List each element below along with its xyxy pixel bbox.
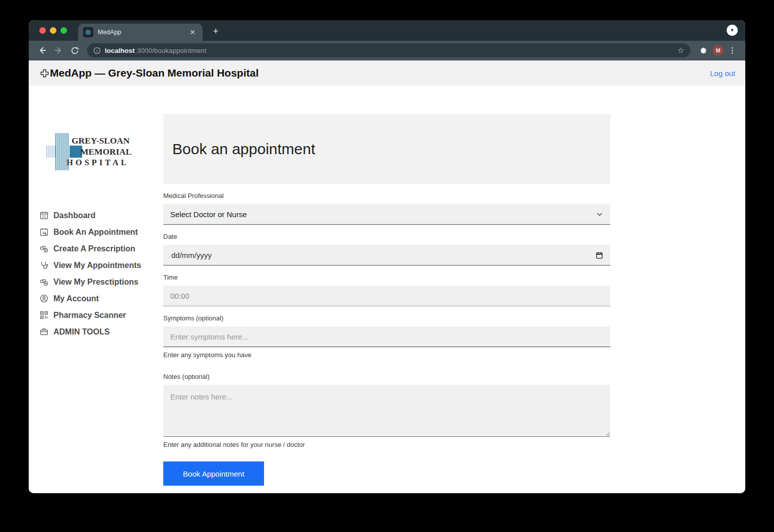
sidebar-item-admin-tools[interactable]: ADMIN TOOLS	[40, 323, 163, 340]
forward-icon[interactable]	[52, 44, 65, 57]
professional-select-value: Select Doctor or Nurse	[170, 210, 247, 219]
browser-tab[interactable]: MedApp ✕	[78, 24, 203, 41]
symptoms-helper-text: Enter any symptoms you have	[163, 351, 610, 359]
notes-textarea[interactable]	[163, 385, 610, 437]
date-group: Date	[163, 233, 610, 265]
page-content: GREY-SLOAN MEMORIAL HOSPITAL 31	[29, 86, 745, 493]
browser-menu-icon[interactable]: ⋮	[727, 46, 738, 55]
calendar-icon[interactable]	[596, 251, 603, 259]
profile-avatar[interactable]: M	[713, 45, 724, 56]
sidebar-item-label: My Account	[53, 294, 99, 303]
site-info-icon[interactable]	[93, 47, 101, 54]
app-header: MedApp — Grey-Sloan Memorial Hospital Lo…	[29, 60, 745, 86]
sidebar-nav: 31 Dashboard Book An Appointment	[40, 207, 163, 340]
professional-label: Medical Professional	[163, 192, 610, 200]
url-path: :3000/bookappointment	[135, 47, 206, 54]
reload-icon[interactable]	[68, 44, 81, 57]
booking-form: Book an appointment Medical Professional…	[163, 86, 610, 493]
logo-line3: HOSPITAL	[67, 158, 129, 168]
time-input[interactable]	[163, 286, 610, 306]
symptoms-label: Symptoms (optional)	[163, 314, 610, 322]
back-icon[interactable]	[36, 44, 49, 57]
symptoms-group: Symptoms (optional) Enter any symptoms y…	[163, 314, 610, 359]
page-title: Book an appointment	[172, 141, 315, 158]
zoom-window-button[interactable]	[60, 27, 67, 34]
sidebar: GREY-SLOAN MEMORIAL HOSPITAL 31	[29, 86, 163, 493]
book-appointment-button[interactable]: Book Appointment	[163, 461, 264, 486]
notes-group: Notes (optional) Enter any additional no…	[163, 373, 610, 448]
react-favicon-icon	[83, 27, 93, 37]
sidebar-item-label: Pharmacy Scanner	[53, 311, 126, 320]
sidebar-item-view-appointments[interactable]: View My Appointments	[40, 257, 163, 274]
sidebar-item-label: Create A Prescription	[53, 244, 135, 253]
time-group: Time	[163, 274, 610, 306]
url-host: localhost	[105, 47, 135, 54]
time-label: Time	[163, 274, 610, 281]
hospital-logo: GREY-SLOAN MEMORIAL HOSPITAL	[46, 130, 137, 172]
notes-label: Notes (optional)	[163, 373, 610, 380]
sidebar-item-label: View My Appointments	[53, 261, 141, 270]
profile-chevron-icon[interactable]: ▼	[727, 25, 738, 36]
logout-link[interactable]: Log out	[710, 69, 735, 78]
logo-line2: MEMORIAL	[80, 147, 132, 157]
pills-icon	[40, 278, 48, 286]
chevron-down-icon	[596, 211, 603, 218]
professional-group: Medical Professional Select Doctor or Nu…	[163, 192, 610, 225]
person-circle-icon	[40, 294, 48, 303]
extensions-puzzle-icon[interactable]	[696, 44, 710, 57]
calendar-date-icon: 31	[40, 211, 48, 220]
sidebar-item-view-prescriptions[interactable]: View My Presctiptions	[40, 274, 163, 290]
sidebar-item-label: Book An Appointment	[53, 228, 138, 237]
date-field-wrap	[163, 245, 610, 265]
address-bar[interactable]: localhost :3000/bookappointment ☆	[87, 43, 690, 57]
symptoms-input[interactable]	[163, 326, 610, 347]
professional-select[interactable]: Select Doctor or Nurse	[163, 204, 610, 225]
pills-icon	[40, 244, 48, 253]
calendar-stethoscope-icon	[40, 228, 48, 236]
tab-title: MedApp	[98, 29, 187, 36]
sidebar-item-label: ADMIN TOOLS	[53, 327, 110, 337]
form-title-panel: Book an appointment	[163, 114, 610, 184]
sidebar-item-my-account[interactable]: My Account	[40, 290, 163, 307]
browser-window: MedApp ✕ + ▼ localho	[29, 20, 745, 493]
briefcase-icon	[40, 327, 48, 336]
close-window-button[interactable]	[39, 27, 46, 34]
stethoscope-icon	[40, 261, 48, 270]
window-controls	[39, 27, 67, 34]
sidebar-item-create-prescription[interactable]: Create A Prescription	[40, 240, 163, 257]
sidebar-item-label: View My Presctiptions	[53, 278, 139, 287]
app-title: MedApp — Grey-Sloan Memorial Hospital	[50, 67, 259, 79]
svg-text:31: 31	[42, 215, 46, 218]
tab-close-icon[interactable]: ✕	[187, 28, 198, 37]
date-input[interactable]	[170, 250, 596, 260]
qr-code-icon	[40, 311, 48, 319]
sidebar-item-dashboard[interactable]: 31 Dashboard	[40, 207, 163, 224]
minimize-window-button[interactable]	[50, 27, 56, 34]
new-tab-button[interactable]: +	[209, 24, 222, 37]
tab-strip: MedApp ✕ + ▼	[29, 20, 745, 41]
browser-toolbar: localhost :3000/bookappointment ☆ M ⋮	[29, 41, 745, 60]
notes-helper-text: Enter any additional notes for your nurs…	[163, 441, 610, 448]
sidebar-item-label: Dashboard	[53, 211, 96, 220]
logo-line1: GREY-SLOAN	[72, 136, 130, 146]
sidebar-item-book-appointment[interactable]: Book An Appointment	[40, 224, 163, 240]
date-label: Date	[163, 233, 610, 240]
medical-cross-icon	[40, 69, 49, 78]
sidebar-item-pharmacy-scanner[interactable]: Pharmacy Scanner	[40, 307, 163, 323]
bookmark-star-icon[interactable]: ☆	[678, 46, 684, 55]
